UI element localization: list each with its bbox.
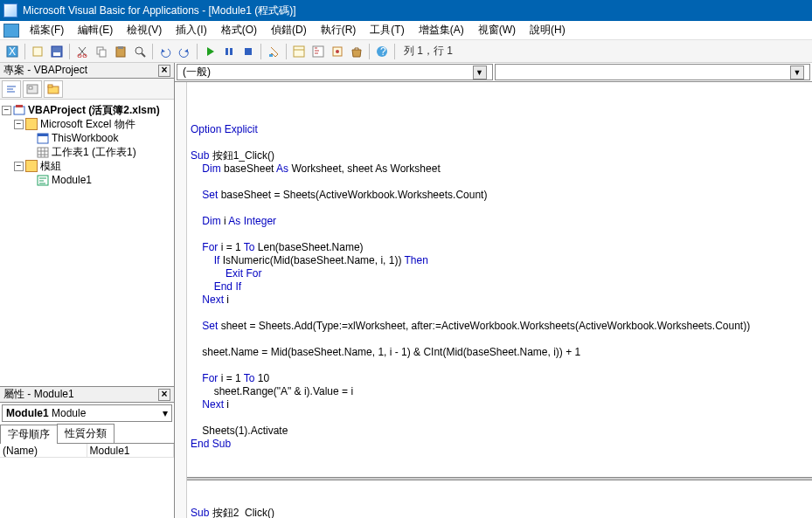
- tree-root[interactable]: VBAProject (活頁簿2.xlsm): [28, 103, 160, 118]
- toolbar: X ? 列 1，行 1: [0, 40, 812, 63]
- window-title: Microsoft Visual Basic for Applications …: [23, 3, 296, 18]
- run-icon[interactable]: [201, 43, 219, 60]
- properties-title: 屬性 - Module1: [3, 387, 74, 402]
- svg-rect-16: [269, 54, 273, 57]
- chevron-down-icon: ▼: [790, 66, 804, 79]
- folder-icon: [25, 160, 38, 172]
- project-pane-title: 專案 - VBAProject ×: [0, 63, 174, 79]
- properties-pane: 屬性 - Module1 × Module1 Module ▾ 字母順序 性質分…: [0, 387, 174, 518]
- svg-rect-8: [100, 50, 106, 57]
- design-mode-icon[interactable]: [265, 43, 282, 60]
- procedure-dropdown[interactable]: ▼: [495, 64, 811, 80]
- tree-excel-objects[interactable]: Microsoft Excel 物件: [40, 117, 135, 132]
- find-icon[interactable]: [131, 43, 149, 60]
- code-editor[interactable]: Option Explicit Sub 按鈕1_Click() Dim base…: [175, 82, 812, 518]
- menu-edit[interactable]: 編輯(E): [71, 21, 120, 39]
- save-icon[interactable]: [48, 43, 66, 60]
- tree-collapse-icon[interactable]: −: [2, 106, 11, 115]
- svg-rect-14: [230, 48, 232, 55]
- cursor-position: 列 1，行 1: [399, 44, 458, 59]
- prop-name-value[interactable]: Module1: [87, 444, 175, 457]
- properties-icon[interactable]: [309, 43, 327, 60]
- code-margin: [175, 82, 187, 518]
- properties-object-combo[interactable]: Module1 Module ▾: [2, 404, 172, 422]
- menu-insert[interactable]: 插入(I): [169, 21, 213, 39]
- excel-icon[interactable]: [3, 24, 19, 38]
- menubar: 檔案(F) 編輯(E) 檢視(V) 插入(I) 格式(O) 偵錯(D) 執行(R…: [0, 21, 812, 40]
- tab-categorized[interactable]: 性質分類: [57, 424, 115, 443]
- svg-rect-17: [294, 46, 304, 57]
- code-splitter[interactable]: [175, 477, 812, 480]
- project-pane-close-icon[interactable]: ×: [158, 65, 170, 77]
- svg-rect-13: [226, 48, 228, 55]
- chevron-down-icon: ▾: [163, 407, 168, 419]
- svg-text:?: ?: [380, 45, 386, 58]
- worksheet-icon: [37, 146, 49, 158]
- menu-help[interactable]: 說明(H): [523, 21, 573, 39]
- menu-view[interactable]: 檢視(V): [120, 21, 169, 39]
- menu-addins[interactable]: 增益集(A): [412, 21, 471, 39]
- svg-rect-2: [33, 47, 42, 56]
- properties-close-icon[interactable]: ×: [158, 389, 170, 401]
- redo-icon[interactable]: [176, 43, 193, 60]
- paste-icon[interactable]: [112, 43, 129, 60]
- titlebar: Microsoft Visual Basic for Applications …: [0, 0, 812, 21]
- copy-icon[interactable]: [93, 43, 110, 60]
- folder-icon: [25, 118, 38, 130]
- svg-rect-28: [48, 85, 52, 87]
- cut-icon[interactable]: [73, 43, 91, 60]
- svg-text:X: X: [9, 45, 16, 58]
- project-toolbar: [0, 79, 174, 100]
- workbook-icon: [37, 132, 49, 144]
- vba-project-icon: [13, 104, 25, 116]
- tree-collapse-icon[interactable]: −: [14, 120, 24, 129]
- project-explorer-icon[interactable]: [290, 43, 308, 60]
- object-browser-icon[interactable]: [329, 43, 346, 60]
- menu-file[interactable]: 檔案(F): [23, 21, 71, 39]
- toolbox-icon[interactable]: [348, 43, 365, 60]
- reset-icon[interactable]: [239, 43, 257, 60]
- tab-alphabetic[interactable]: 字母順序: [0, 425, 58, 444]
- view-code-icon[interactable]: [2, 80, 21, 98]
- tree-sheet1[interactable]: 工作表1 (工作表1): [52, 145, 136, 160]
- tree-thisworkbook[interactable]: ThisWorkbook: [52, 132, 118, 144]
- tree-module1[interactable]: Module1: [52, 174, 92, 186]
- svg-rect-29: [14, 107, 24, 114]
- view-object-icon[interactable]: [23, 80, 42, 98]
- view-excel-icon[interactable]: X: [3, 43, 21, 60]
- vba-app-icon: [3, 3, 17, 17]
- object-dropdown[interactable]: (一般) ▼: [177, 64, 493, 80]
- help-icon[interactable]: ?: [373, 43, 391, 60]
- toggle-folders-icon[interactable]: [44, 80, 63, 98]
- svg-point-21: [336, 50, 339, 53]
- menu-window[interactable]: 視窗(W): [471, 21, 523, 39]
- break-icon[interactable]: [220, 43, 238, 60]
- menu-tools[interactable]: 工具(T): [363, 21, 411, 39]
- properties-grid[interactable]: (Name) Module1: [0, 444, 174, 518]
- menu-format[interactable]: 格式(O): [214, 21, 264, 39]
- svg-rect-4: [53, 52, 60, 56]
- svg-rect-32: [38, 134, 48, 136]
- module-icon: [37, 174, 49, 186]
- chevron-down-icon: ▼: [473, 66, 487, 79]
- svg-point-11: [135, 47, 142, 54]
- svg-rect-26: [29, 86, 32, 89]
- project-tree[interactable]: − VBAProject (活頁簿2.xlsm) − Microsoft Exc…: [0, 100, 174, 387]
- tree-modules[interactable]: 模組: [40, 159, 61, 174]
- menu-debug[interactable]: 偵錯(D): [264, 21, 314, 39]
- insert-icon[interactable]: [29, 43, 46, 60]
- svg-rect-33: [38, 148, 48, 157]
- svg-rect-10: [118, 46, 123, 49]
- svg-rect-30: [16, 105, 23, 107]
- svg-rect-15: [245, 48, 252, 55]
- svg-line-12: [142, 53, 145, 57]
- tree-collapse-icon[interactable]: −: [14, 162, 24, 171]
- undo-icon[interactable]: [156, 43, 174, 60]
- menu-run[interactable]: 執行(R): [314, 21, 364, 39]
- prop-name-label: (Name): [0, 444, 87, 457]
- svg-rect-19: [313, 46, 323, 57]
